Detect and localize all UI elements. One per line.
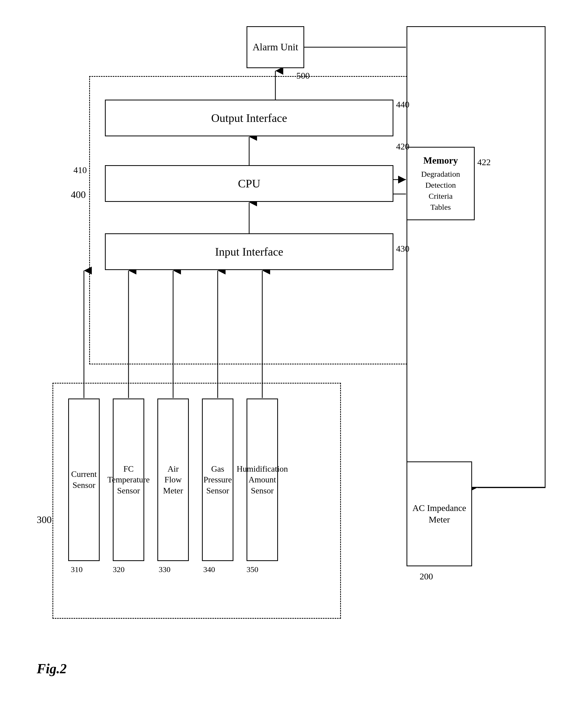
sensor-320-box: FC Temperature Sensor [113,398,144,561]
sensor-310-box: Current Sensor [68,398,100,561]
sensor-340-label: Gas Pressure Sensor [204,463,232,496]
sensor-350-number: 350 [247,565,258,574]
ac-meter-label: AC Impedance Meter [410,502,469,525]
diagram-container: Alarm Unit 500 400 Output Interface 440 … [31,16,556,697]
cpu-label: CPU [238,177,260,190]
sensor-330-label: Air Flow Meter [160,463,186,496]
input-interface-number: 430 [396,244,410,254]
memory-text: Memory DegradationDetectionCriteriaTable… [407,148,474,219]
sensor-320-label: FC Temperature Sensor [107,463,149,496]
alarm-unit-label: Alarm Unit [253,41,298,53]
memory-label: Memory [423,154,458,167]
label-400: 400 [71,189,86,200]
sensor-330-number: 330 [159,565,170,574]
ac-meter-number: 200 [420,571,433,582]
alarm-unit-box: Alarm Unit [247,26,304,68]
sensor-320-number: 320 [113,565,125,574]
sensor-330-box: Air Flow Meter [158,398,189,561]
input-interface-box: Input Interface [105,233,393,270]
cpu-box: CPU [105,165,393,202]
right-outer-box [406,26,546,487]
memory-degradation: DegradationDetectionCriteriaTables [421,169,460,213]
memory-number-420: 420 [396,142,410,152]
memory-number-422: 422 [477,157,491,167]
output-interface-label: Output Interface [211,111,287,125]
sensor-350-label: Humidification Amount Sensor [236,463,288,496]
sensor-340-box: Gas Pressure Sensor [202,398,233,561]
sensor-310-label: Current Sensor [71,469,97,491]
input-interface-label: Input Interface [215,245,283,259]
output-interface-number: 440 [396,100,410,110]
output-interface-box: Output Interface [105,100,393,136]
memory-box: Memory DegradationDetectionCriteriaTable… [406,147,475,220]
sensor-340-number: 340 [203,565,215,574]
cpu-number: 410 [74,165,87,175]
ac-meter-box: AC Impedance Meter [406,461,472,566]
sensor-group-number: 300 [37,514,52,525]
sensor-310-number: 310 [71,565,83,574]
sensor-350-box: Humidification Amount Sensor [247,398,278,561]
figure-label: Fig.2 [37,661,67,676]
